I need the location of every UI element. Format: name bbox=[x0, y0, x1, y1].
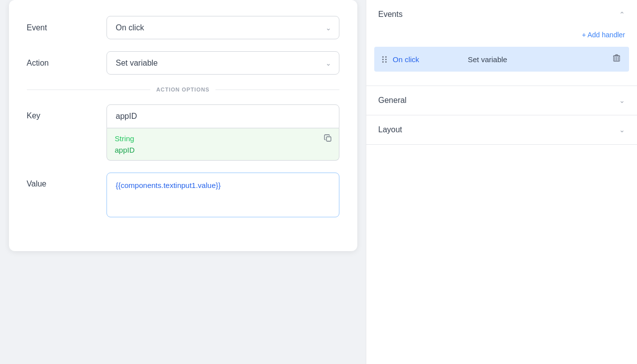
action-field-row: Action Set variable ⌄ bbox=[27, 51, 339, 75]
events-section-header[interactable]: Events ⌃ bbox=[366, 0, 637, 29]
add-handler-button[interactable]: + Add handler bbox=[582, 31, 625, 39]
general-section-title: General bbox=[378, 96, 407, 105]
value-label: Value bbox=[27, 180, 106, 188]
action-options-divider: ACTION OPTIONS bbox=[27, 87, 339, 92]
drag-handle-icon[interactable] bbox=[382, 56, 387, 63]
key-dropdown-panel: String appID bbox=[106, 128, 339, 161]
events-chevron-up-icon: ⌃ bbox=[619, 10, 625, 18]
handler-action-label: Set variable bbox=[468, 55, 606, 64]
layout-section-title: Layout bbox=[378, 125, 402, 134]
left-panel: Event On click ⌄ Action Set variable ⌄ A… bbox=[0, 0, 366, 364]
right-panel: Events ⌃ + Add handler On click Set vari… bbox=[366, 0, 637, 364]
layout-chevron-down-icon: ⌄ bbox=[619, 126, 625, 134]
divider-line-left bbox=[27, 90, 150, 90]
svg-rect-2 bbox=[615, 57, 615, 61]
key-dropdown-value: appID bbox=[115, 146, 331, 154]
svg-rect-0 bbox=[326, 137, 331, 141]
handler-item-wrapper: On click Set variable bbox=[366, 47, 637, 86]
general-section[interactable]: General ⌄ bbox=[366, 86, 637, 115]
events-section-title: Events bbox=[378, 10, 403, 19]
layout-section[interactable]: Layout ⌄ bbox=[366, 115, 637, 145]
key-type: String bbox=[115, 134, 331, 143]
action-select-wrapper: Set variable ⌄ bbox=[106, 51, 339, 75]
event-select[interactable]: On click bbox=[106, 16, 339, 39]
value-textarea[interactable]: {{components.textinput1.value}} bbox=[106, 173, 339, 217]
event-label: Event bbox=[27, 23, 106, 32]
value-input-wrapper: {{components.textinput1.value}} bbox=[106, 173, 339, 219]
key-field-row: Key ↗ String appID bbox=[27, 104, 339, 161]
svg-rect-3 bbox=[616, 57, 617, 61]
copy-icon[interactable] bbox=[324, 134, 332, 144]
event-select-wrapper: On click ⌄ bbox=[106, 16, 339, 39]
handler-item[interactable]: On click Set variable bbox=[374, 47, 629, 72]
handler-event-label: On click bbox=[393, 55, 462, 64]
general-chevron-down-icon: ⌄ bbox=[619, 96, 625, 104]
action-label: Action bbox=[27, 59, 106, 68]
event-action-card: Event On click ⌄ Action Set variable ⌄ A… bbox=[9, 0, 357, 251]
key-input[interactable] bbox=[106, 104, 339, 128]
svg-rect-4 bbox=[618, 57, 619, 61]
events-section: Events ⌃ + Add handler On click Set vari… bbox=[366, 0, 637, 86]
action-select[interactable]: Set variable bbox=[106, 51, 339, 75]
key-input-wrapper: ↗ String appID bbox=[106, 104, 339, 161]
divider-line-right bbox=[215, 90, 339, 90]
add-handler-row: + Add handler bbox=[366, 29, 637, 47]
action-options-label: ACTION OPTIONS bbox=[156, 87, 210, 92]
key-label: Key bbox=[27, 111, 106, 120]
event-field-row: Event On click ⌄ bbox=[27, 16, 339, 39]
delete-handler-icon[interactable] bbox=[612, 54, 621, 65]
value-field-row: Value {{components.textinput1.value}} bbox=[27, 173, 339, 219]
